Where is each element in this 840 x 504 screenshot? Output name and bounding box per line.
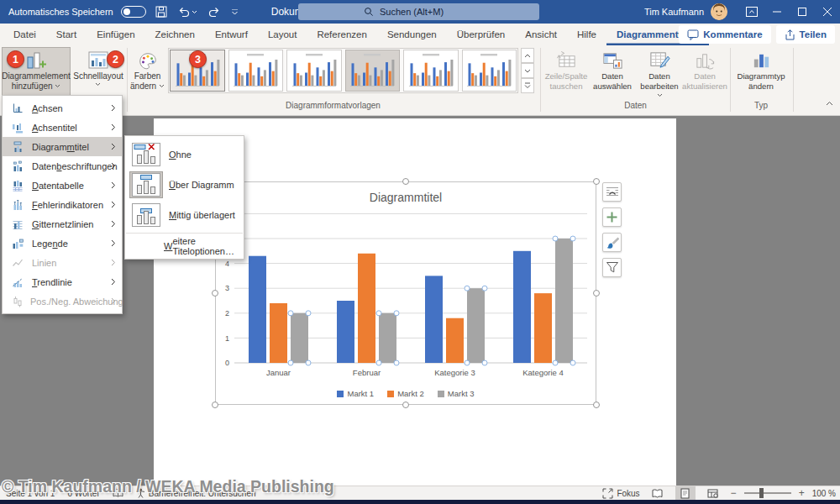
redo-button[interactable]: [207, 5, 222, 19]
series-selection-handle[interactable]: [465, 360, 470, 365]
tab-entwurf[interactable]: Entwurf: [205, 24, 258, 45]
series-selection-handle[interactable]: [376, 360, 381, 365]
legend-item-markt-1[interactable]: Markt 1: [337, 389, 374, 398]
collapse-ribbon-icon[interactable]: [826, 101, 833, 106]
change-colors-button[interactable]: Farben ändern: [129, 47, 166, 97]
chart-style-thumbnail-6[interactable]: [462, 50, 517, 92]
series-selection-handle[interactable]: [394, 311, 399, 316]
chart-resize-handle[interactable]: [593, 290, 600, 297]
zoom-out-button[interactable]: −: [731, 487, 737, 499]
bar-markt-1-kategorie-3[interactable]: [425, 276, 443, 363]
bar-markt-3-kategorie-3[interactable]: [467, 288, 485, 363]
select-data-button[interactable]: Daten auswählen: [590, 47, 635, 97]
chart-resize-handle[interactable]: [402, 402, 409, 408]
tab-hilfe[interactable]: Hilfe: [567, 24, 606, 45]
bar-markt-1-februar[interactable]: [337, 301, 354, 363]
comments-button[interactable]: Kommentare: [679, 25, 770, 44]
submenu-item-mittig-überlagert[interactable]: Mittig überlagert: [125, 200, 244, 230]
chart-resize-handle[interactable]: [212, 290, 218, 297]
series-selection-handle[interactable]: [553, 360, 558, 365]
user-name[interactable]: Tim Kaufmann: [644, 7, 704, 17]
share-button[interactable]: Teilen: [776, 25, 835, 44]
zoom-slider-thumb[interactable]: [759, 488, 764, 498]
chart-style-thumbnail-5[interactable]: [403, 50, 459, 92]
gallery-more-icon[interactable]: [521, 78, 534, 93]
bar-markt-1-kategorie-4[interactable]: [513, 251, 531, 363]
series-selection-handle[interactable]: [465, 286, 470, 291]
zoom-in-button[interactable]: +: [799, 487, 805, 499]
chart-style-thumbnail-2[interactable]: [228, 50, 284, 92]
chart-style-thumbnail-4[interactable]: [345, 50, 401, 92]
tab-zeichnen[interactable]: Zeichnen: [145, 24, 205, 45]
zoom-slider[interactable]: [744, 492, 791, 494]
bar-markt-2-januar[interactable]: [270, 303, 287, 363]
tab-start[interactable]: Start: [46, 24, 87, 45]
bar-markt-1-januar[interactable]: [249, 256, 266, 363]
menu-item-diagrammtitel[interactable]: Diagrammtitel: [3, 137, 122, 156]
series-selection-handle[interactable]: [394, 360, 399, 365]
chart-resize-handle[interactable]: [593, 178, 600, 185]
search-input[interactable]: Suchen (Alt+M): [298, 3, 539, 20]
menu-item-gitternetzlinien[interactable]: Gitternetzlinien: [3, 214, 122, 234]
save-icon[interactable]: [154, 4, 169, 19]
bar-markt-3-kategorie-4[interactable]: [555, 239, 573, 363]
avatar[interactable]: [711, 3, 727, 20]
menu-item-legende[interactable]: Legende: [3, 234, 122, 253]
print-layout-button[interactable]: [675, 486, 696, 500]
menu-item-achsentitel[interactable]: Achsentitel: [3, 118, 122, 137]
focus-mode-button[interactable]: Fokus: [602, 488, 639, 499]
menu-item-trendlinie[interactable]: Trendlinie: [3, 272, 122, 291]
more-title-options-item[interactable]: Weitere Titeloptionen…: [125, 236, 244, 255]
series-selection-handle[interactable]: [482, 286, 487, 291]
tab-referenzen[interactable]: Referenzen: [307, 24, 376, 45]
menu-item-datentabelle[interactable]: Datentabelle: [3, 176, 122, 195]
chart-filters-button[interactable]: [602, 258, 622, 277]
tab-sendungen[interactable]: Sendungen: [377, 24, 447, 45]
quick-access-toolbar-chevron-icon[interactable]: [229, 8, 240, 17]
bar-markt-2-kategorie-4[interactable]: [534, 293, 552, 363]
maximize-button[interactable]: [790, 0, 815, 24]
submenu-item-über-diagramm[interactable]: Über Diagramm: [125, 170, 244, 200]
series-selection-handle[interactable]: [306, 360, 311, 365]
submenu-item-ohne[interactable]: Ohne: [125, 139, 244, 170]
chart-resize-handle[interactable]: [212, 402, 218, 408]
series-selection-handle[interactable]: [306, 311, 311, 316]
close-button[interactable]: [815, 0, 840, 24]
tab-ansicht[interactable]: Ansicht: [515, 24, 567, 45]
legend-item-markt-2[interactable]: Markt 2: [387, 389, 424, 398]
tab-überprüfen[interactable]: Überprüfen: [447, 24, 516, 45]
menu-item-achsen[interactable]: Achsen: [3, 98, 122, 118]
chart-elements-button[interactable]: [602, 207, 622, 227]
chart-styles-button[interactable]: [602, 233, 622, 252]
series-selection-handle[interactable]: [570, 236, 575, 241]
chart-object[interactable]: Diagrammtitel 0123456JanuarFebruarKatego…: [215, 181, 596, 405]
bar-markt-3-februar[interactable]: [379, 313, 396, 363]
tab-einfügen[interactable]: Einfügen: [87, 24, 144, 45]
gallery-scroll-down-icon[interactable]: [521, 63, 534, 78]
menu-item-fehlerindikatoren[interactable]: Fehlerindikatoren: [3, 195, 122, 214]
edit-data-button[interactable]: Daten bearbeiten: [636, 47, 683, 97]
web-layout-button[interactable]: [703, 486, 723, 500]
series-selection-handle[interactable]: [288, 311, 293, 316]
layout-options-button[interactable]: [602, 182, 622, 202]
zoom-level[interactable]: 100 %: [812, 489, 836, 498]
tab-datei[interactable]: Datei: [3, 24, 46, 45]
menu-item-datenbeschriftungen[interactable]: Datenbeschriftungen: [3, 156, 122, 176]
bar-markt-3-januar[interactable]: [291, 313, 308, 363]
bar-markt-2-februar[interactable]: [358, 254, 375, 363]
chart-style-thumbnail-3[interactable]: [286, 50, 342, 92]
read-mode-button[interactable]: [648, 486, 668, 500]
chart-resize-handle[interactable]: [593, 402, 600, 408]
change-chart-type-button[interactable]: Diagrammtyp ändern: [733, 47, 789, 97]
minimize-button[interactable]: [764, 0, 790, 24]
series-selection-handle[interactable]: [376, 311, 381, 316]
series-selection-handle[interactable]: [553, 236, 558, 241]
series-selection-handle[interactable]: [288, 360, 293, 365]
tab-layout[interactable]: Layout: [258, 24, 307, 45]
series-selection-handle[interactable]: [482, 360, 487, 365]
series-selection-handle[interactable]: [570, 360, 575, 365]
bar-markt-2-kategorie-3[interactable]: [446, 318, 464, 363]
chart-plot-area[interactable]: 0123456JanuarFebruarKategorie 3Kategorie…: [216, 182, 596, 404]
chart-legend[interactable]: Markt 1Markt 2Markt 3: [216, 389, 596, 398]
chart-resize-handle[interactable]: [402, 178, 409, 185]
